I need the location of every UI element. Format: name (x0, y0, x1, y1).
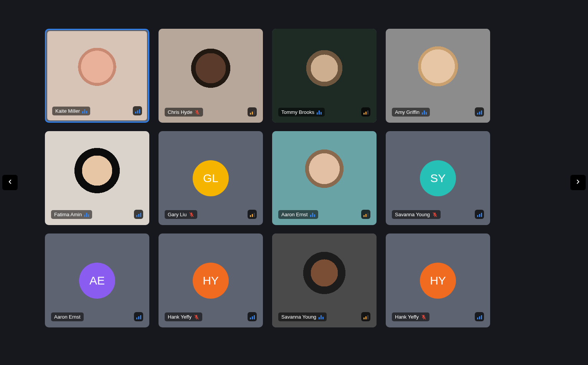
participant-name-chip: Aaron Ernst (51, 312, 84, 321)
participant-tile-inner: Tommy Brooks (272, 29, 377, 123)
participant-initials: AE (89, 274, 105, 287)
participant-tile[interactable]: Amy Griffin (386, 29, 490, 123)
connection-quality-badge (133, 106, 142, 115)
chevron-left-icon (7, 178, 13, 187)
participant-avatar: SY (420, 160, 456, 196)
connection-quality-badge (134, 312, 143, 321)
participant-name: Chris Hyde (168, 109, 192, 115)
participant-tile[interactable]: AEAaron Ernst (45, 233, 149, 327)
participant-name: Savanna Young (395, 212, 430, 217)
participant-avatar: HY (420, 263, 456, 299)
participant-tile[interactable]: GLGary Liu (159, 131, 263, 225)
speaking-icon (84, 212, 89, 217)
participant-tile[interactable]: Chris Hyde (159, 29, 263, 123)
participant-name-chip: Hank Yeffy (165, 312, 202, 321)
connection-quality-badge (361, 210, 370, 219)
participant-initials: GL (203, 172, 218, 185)
speaking-icon (319, 315, 324, 319)
participant-name-chip: Hank Yeffy (392, 312, 429, 321)
participant-tile-inner: HYHank Yeffy (386, 233, 490, 327)
participant-tile-inner: SYSavanna Young (386, 131, 490, 225)
mic-muted-icon (189, 212, 194, 217)
speaking-icon (422, 110, 427, 115)
mic-muted-icon (194, 314, 199, 320)
participant-tile[interactable]: Aaron Ernst (272, 131, 377, 225)
participant-tile[interactable]: HYHank Yeffy (159, 233, 263, 327)
participant-avatar: HY (193, 263, 229, 299)
participant-name-chip: Tommy Brooks (278, 108, 325, 117)
participant-grid: Kaite MillerChris HydeTommy BrooksAmy Gr… (45, 29, 490, 327)
participant-name-chip: Aaron Ernst (278, 210, 318, 219)
connection-quality-badge (134, 210, 143, 219)
participant-name-chip: Savanna Young (278, 312, 327, 321)
connection-quality-badge (475, 312, 484, 321)
participant-tile-inner: Savanna Young (272, 233, 377, 327)
participant-name-chip: Chris Hyde (165, 108, 203, 117)
participant-name-chip: Savanna Young (392, 210, 441, 219)
participant-name-chip: Gary Liu (165, 210, 197, 219)
participant-tile[interactable]: Savanna Young (272, 233, 377, 327)
participant-name: Aaron Ernst (54, 314, 81, 320)
participant-initials: HY (430, 274, 446, 287)
participant-tile-inner: Fatima Amin (45, 131, 149, 225)
participant-tile[interactable]: Tommy Brooks (272, 29, 377, 123)
speaking-icon (82, 109, 87, 113)
connection-quality-badge (361, 312, 370, 321)
participant-tile-inner: GLGary Liu (159, 131, 263, 225)
participant-name: Gary Liu (168, 212, 187, 217)
mic-muted-icon (421, 314, 426, 320)
participant-initials: SY (430, 172, 446, 185)
participant-initials: HY (203, 274, 219, 287)
page-next-button[interactable] (570, 175, 586, 190)
participant-tile-inner: Aaron Ernst (272, 131, 377, 225)
participant-tile[interactable]: Fatima Amin (45, 131, 149, 225)
connection-quality-badge (475, 107, 484, 117)
participant-avatar: AE (79, 263, 115, 299)
participant-tile[interactable]: HYHank Yeffy (386, 233, 490, 327)
speaking-icon (310, 212, 315, 217)
participant-name: Savanna Young (281, 314, 316, 320)
participant-tile-inner: Amy Griffin (386, 29, 490, 123)
participant-name: Hank Yeffy (168, 314, 192, 320)
participant-name: Aaron Ernst (281, 212, 308, 217)
participant-avatar: GL (193, 160, 229, 196)
speaking-icon (317, 110, 322, 115)
connection-quality-badge (248, 210, 257, 219)
participant-name: Amy Griffin (395, 109, 420, 115)
participant-name: Tommy Brooks (281, 109, 314, 115)
connection-quality-badge (361, 107, 370, 117)
participant-name: Hank Yeffy (395, 314, 419, 320)
page-prev-button[interactable] (2, 175, 18, 190)
chevron-right-icon (575, 178, 581, 187)
participant-name-chip: Amy Griffin (392, 108, 430, 117)
participant-name: Kaite Miller (55, 108, 80, 114)
participant-tile-inner: Kaite Miller (47, 31, 147, 120)
participant-tile-inner: AEAaron Ernst (45, 233, 149, 327)
participant-tile-inner: HYHank Yeffy (159, 233, 263, 327)
connection-quality-badge (475, 210, 484, 219)
participant-name-chip: Kaite Miller (52, 107, 90, 115)
participant-tile-inner: Chris Hyde (159, 29, 263, 123)
participant-tile[interactable]: Kaite Miller (45, 29, 149, 123)
participant-name-chip: Fatima Amin (51, 210, 92, 219)
mic-muted-icon (432, 212, 438, 217)
connection-quality-badge (248, 312, 257, 321)
connection-quality-badge (248, 107, 257, 117)
participant-name: Fatima Amin (54, 212, 82, 217)
mic-muted-icon (195, 110, 200, 115)
participant-tile[interactable]: SYSavanna Young (386, 131, 490, 225)
